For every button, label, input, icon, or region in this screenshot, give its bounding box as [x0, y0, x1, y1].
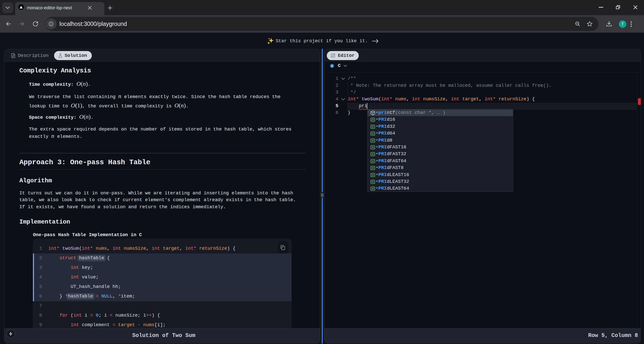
svg-text:C: C [331, 64, 333, 67]
